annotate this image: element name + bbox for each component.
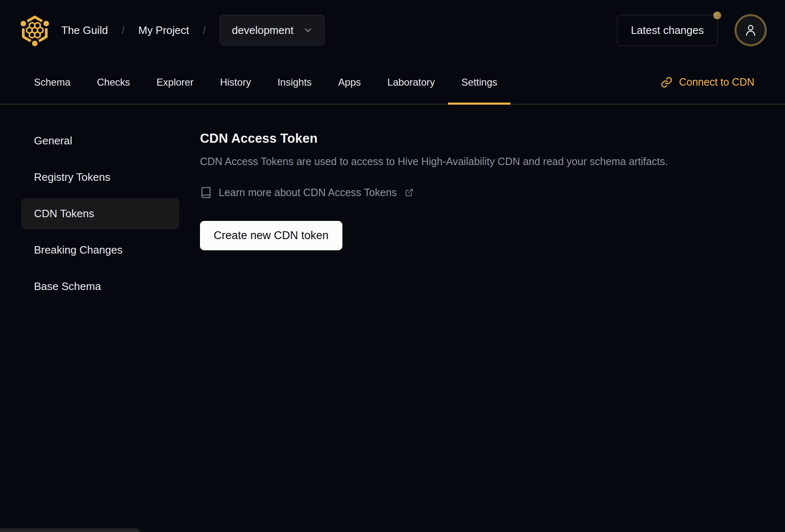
target-selector-dropdown[interactable]: development xyxy=(219,15,325,46)
sidebar-item-general[interactable]: General xyxy=(21,125,179,156)
sidebar-item-cdn-tokens[interactable]: CDN Tokens xyxy=(21,198,179,229)
target-selector-value: development xyxy=(232,24,294,37)
breadcrumb-organization[interactable]: The Guild xyxy=(61,24,108,37)
breadcrumb-separator: / xyxy=(203,24,206,37)
latest-changes-label: Latest changes xyxy=(631,24,704,36)
external-link-icon xyxy=(405,188,414,197)
tab-apps[interactable]: Apps xyxy=(325,60,374,104)
connect-to-cdn-label: Connect to CDN xyxy=(679,76,754,88)
chevron-down-icon xyxy=(303,25,313,36)
page-title: CDN Access Token xyxy=(200,131,785,146)
bottom-partial-toast[interactable] xyxy=(0,528,140,532)
learn-more-link[interactable]: Learn more about CDN Access Tokens xyxy=(200,187,414,199)
user-icon xyxy=(743,23,758,38)
sidebar-item-registry-tokens[interactable]: Registry Tokens xyxy=(21,162,179,193)
link-chain-icon xyxy=(661,77,672,88)
tab-bar: Schema Checks Explorer History Insights … xyxy=(0,60,785,105)
user-avatar-button[interactable] xyxy=(734,14,767,46)
top-bar: The Guild / My Project / development Lat… xyxy=(0,0,785,60)
sidebar-item-base-schema[interactable]: Base Schema xyxy=(21,271,179,302)
create-cdn-token-button[interactable]: Create new CDN token xyxy=(200,221,342,250)
connect-to-cdn-link[interactable]: Connect to CDN xyxy=(661,60,754,104)
breadcrumb-project[interactable]: My Project xyxy=(138,24,189,37)
settings-sidebar: General Registry Tokens CDN Tokens Break… xyxy=(0,105,200,307)
tab-settings[interactable]: Settings xyxy=(448,60,510,104)
tab-list: Schema Checks Explorer History Insights … xyxy=(21,60,510,104)
topbar-right: Latest changes xyxy=(617,14,767,46)
notification-dot xyxy=(713,12,721,19)
tab-laboratory[interactable]: Laboratory xyxy=(374,60,448,104)
book-icon xyxy=(200,187,212,199)
page-body: General Registry Tokens CDN Tokens Break… xyxy=(0,105,785,307)
tab-checks[interactable]: Checks xyxy=(84,60,143,104)
hive-logo-icon[interactable] xyxy=(18,14,51,47)
tab-insights[interactable]: Insights xyxy=(264,60,325,104)
learn-more-label: Learn more about CDN Access Tokens xyxy=(219,187,397,199)
main-content: CDN Access Token CDN Access Tokens are u… xyxy=(200,105,785,307)
breadcrumb-separator: / xyxy=(122,24,125,37)
latest-changes-button[interactable]: Latest changes xyxy=(617,15,718,46)
breadcrumb: The Guild / My Project / development xyxy=(61,15,325,46)
page-description: CDN Access Tokens are used to access to … xyxy=(200,156,785,168)
sidebar-item-breaking-changes[interactable]: Breaking Changes xyxy=(21,235,179,266)
tab-history[interactable]: History xyxy=(207,60,264,104)
tab-explorer[interactable]: Explorer xyxy=(143,60,207,104)
tab-schema[interactable]: Schema xyxy=(21,60,84,104)
